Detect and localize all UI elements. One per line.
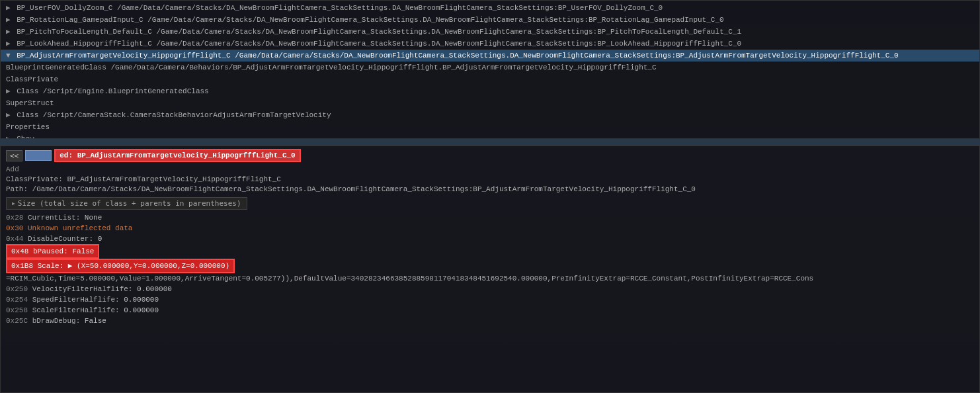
arrow-icon: ▶ (6, 87, 11, 95)
data-row-current-list: 0x28 CurrentList: None (6, 212, 974, 223)
tree-row[interactable]: Properties (1, 121, 979, 133)
tree-row[interactable]: ClassPrivate (1, 73, 979, 85)
class-private-row: ClassPrivate: BP_AdjustArmFromTargetVelo… (6, 175, 974, 185)
arrow-icon: ▶ (6, 16, 11, 24)
arrow-icon: ▶ (6, 28, 11, 36)
tree-view-panel: ▶ BP_UserFOV_DollyZoom_C /Game/Data/Came… (0, 0, 980, 139)
panel-header: << ed: BP_AdjustArmFromTargetvelocity_Hi… (6, 149, 974, 162)
tree-row[interactable]: ▶ Class /Script/Engine.BlueprintGenerate… (1, 85, 979, 97)
scale-highlight: 0x1B8 Scale: ▶ (X=50.000000,Y=0.000000,Z… (6, 259, 235, 273)
data-row-bpaused: 0x48 bPaused: False (6, 244, 974, 259)
data-row-speed-filter: 0x254 SpeedFilterHalflife: 0.000000 (6, 294, 974, 305)
arrow-icon: ▶ (6, 40, 11, 48)
tree-row[interactable]: ▶ Class /Script/CameraStack.CameraStackB… (1, 109, 979, 121)
bpaused-highlight: 0x48 bPaused: False (6, 244, 99, 259)
tree-row[interactable]: ▶ BP_PitchToFocalLength_Default_C /Game/… (1, 26, 979, 38)
details-panel: << ed: BP_AdjustArmFromTargetvelocity_Hi… (0, 146, 980, 393)
data-row-long: =RCIM_Cubic,Time=5.000000,Value=1.000000… (6, 273, 974, 284)
data-row-velocity-filter: 0x250 VelocityFilterHalflife: 0.000000 (6, 284, 974, 294)
data-row-scale: 0x1B8 Scale: ▶ (X=50.000000,Y=0.000000,Z… (6, 259, 974, 273)
tree-row[interactable]: BlueprintGeneratedClass /Game/Data/Camer… (1, 62, 979, 73)
data-values-section: 0x28 CurrentList: None 0x30 Unknown unre… (6, 212, 974, 326)
tree-row[interactable]: SuperStruct (1, 97, 979, 109)
selected-item-highlight: ed: BP_AdjustArmFromTargetvelocity_Hippo… (54, 149, 300, 162)
tree-row[interactable]: ▶ Show (1, 133, 979, 139)
nav-forward-area[interactable] (25, 150, 52, 161)
arrow-icon: ▶ (6, 4, 11, 12)
data-row-unreflected: 0x30 Unknown unreflected data (6, 223, 974, 234)
arrow-open-icon: ▼ (6, 52, 11, 60)
data-row-scale-filter: 0x258 ScaleFilterHalflife: 0.000000 (6, 305, 974, 316)
tree-row-selected[interactable]: ▼ BP_AdjustArmFromTargetVelocity_Hippogr… (1, 50, 979, 62)
data-row-draw-debug: 0x25C bDrawDebug: False (6, 316, 974, 326)
path-row: Path: /Game/Data/Camera/Stacks/DA_NewBro… (6, 185, 974, 195)
data-row-disable-counter: 0x44 DisableCounter: 0 (6, 234, 974, 244)
nav-back-button[interactable]: << (6, 150, 22, 161)
size-button[interactable]: ▶ Size (total size of class + parents in… (6, 197, 247, 210)
tree-row[interactable]: ▶ BP_UserFOV_DollyZoom_C /Game/Data/Came… (1, 2, 979, 14)
play-icon: ▶ (12, 200, 15, 206)
tree-row[interactable]: ▶ BP_LookAhead_HippogriffFlight_C /Game/… (1, 38, 979, 50)
tree-row[interactable]: ▶ BP_RotationLag_GamepadInput_C /Game/Da… (1, 14, 979, 26)
arrow-icon: ▶ (6, 111, 11, 119)
addr-row: Add (6, 165, 974, 175)
